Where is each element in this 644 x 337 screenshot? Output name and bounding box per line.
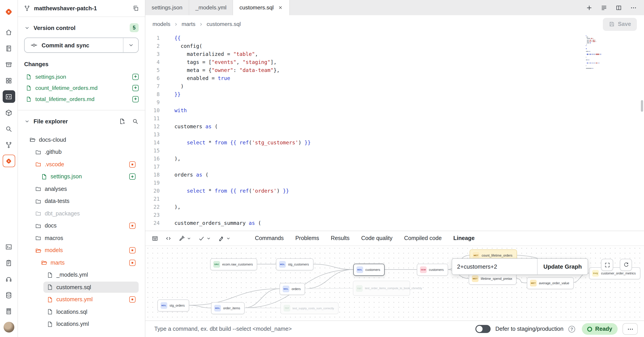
changed-file-row[interactable]: settings.json+: [24, 71, 139, 82]
panel-tab-compiled-code[interactable]: Compiled code: [404, 235, 442, 241]
split-editor-icon[interactable]: [613, 2, 624, 13]
pipette-tool-button[interactable]: [178, 235, 192, 242]
lineage-node-order_items[interactable]: MDLorder_items: [211, 302, 245, 314]
refresh-graph-button[interactable]: [620, 259, 632, 271]
tree-item[interactable]: macros: [24, 232, 139, 244]
editor-tab-_models.yml[interactable]: _models.yml: [189, 0, 233, 15]
chevron-down-icon[interactable]: [186, 236, 192, 241]
git-branch-icon[interactable]: [2, 139, 15, 151]
tree-item[interactable]: docs-cloud: [24, 134, 139, 146]
editor-tab-customers.sql[interactable]: customers.sql: [233, 0, 290, 15]
tree-item[interactable]: analyses: [24, 183, 139, 195]
lineage-node-orders[interactable]: MDLorders: [280, 283, 305, 295]
changes-count-badge: 5: [130, 23, 139, 32]
breadcrumb-item[interactable]: customers.sql: [206, 21, 241, 27]
tree-item[interactable]: dbt_packages: [24, 207, 139, 220]
dbt-cloud-icon[interactable]: [2, 155, 15, 167]
open-editors-icon[interactable]: [598, 2, 609, 13]
user-avatar[interactable]: [3, 322, 14, 333]
database-icon[interactable]: [2, 289, 15, 301]
lineage-node-test_supply[interactable]: TSTtest_supply_costs_sum_correctly: [280, 302, 338, 314]
lineage-node-customers[interactable]: MDLcustomers: [353, 264, 384, 276]
code-line: ),: [174, 155, 311, 163]
panel-tab-lineage[interactable]: Lineage: [453, 235, 474, 241]
lineage-node-raw_customers[interactable]: SRCecom.raw_customers: [210, 258, 258, 270]
changed-file-row[interactable]: count_lifetime_orders.md+: [24, 82, 139, 93]
tree-item[interactable]: settings.json+: [24, 171, 139, 183]
check-tool-button[interactable]: [198, 235, 211, 242]
tree-item[interactable]: .vscode: [24, 158, 139, 171]
breadcrumb-item[interactable]: models: [152, 21, 170, 27]
code-editor-icon[interactable]: [2, 90, 15, 103]
editor-tab-settings.json[interactable]: settings.json: [145, 0, 189, 15]
grid-icon[interactable]: [2, 74, 15, 87]
lineage-canvas[interactable]: 2+customers+2 Update Graph SRCecom.raw_c…: [145, 245, 644, 321]
commit-and-sync-button[interactable]: Commit and sync: [24, 37, 139, 53]
tab-label: _models.yml: [196, 4, 226, 11]
clipboard-icon[interactable]: [2, 257, 15, 269]
new-tab-icon[interactable]: [584, 2, 594, 13]
editor-menu-icon[interactable]: [628, 2, 639, 13]
panel-tab-results[interactable]: Results: [331, 235, 350, 241]
copy-branch-icon[interactable]: [132, 5, 139, 12]
close-tab-icon[interactable]: [278, 5, 283, 10]
code-line: customers as (: [174, 122, 311, 130]
tree-item[interactable]: data-tests: [24, 195, 139, 207]
chevron-down-icon[interactable]: [24, 118, 30, 124]
terminal-icon[interactable]: [2, 241, 15, 253]
more-options-button[interactable]: [622, 323, 638, 335]
changed-file-row[interactable]: total_lifetime_orders.md+: [24, 93, 139, 105]
chevron-down-icon[interactable]: [206, 236, 211, 241]
new-file-icon[interactable]: [119, 118, 126, 124]
panel-tab-problems[interactable]: Problems: [296, 235, 319, 241]
tree-item[interactable]: .github: [24, 146, 139, 158]
code-editor[interactable]: 123456789101112131415161718192021222324 …: [145, 33, 644, 231]
table-tool-button[interactable]: [152, 235, 158, 242]
chevron-down-icon[interactable]: [226, 236, 231, 241]
fullscreen-button[interactable]: [601, 259, 613, 271]
dbt-logo[interactable]: [2, 5, 15, 18]
lineage-node-customers_sem[interactable]: SEMcustomers: [417, 264, 448, 276]
home-icon[interactable]: [2, 26, 15, 38]
tree-item[interactable]: customers.sql: [24, 281, 139, 294]
notebook-icon[interactable]: [2, 42, 15, 54]
package-icon[interactable]: [2, 106, 15, 119]
search-icon[interactable]: [2, 122, 15, 135]
folder-icon: [35, 223, 42, 229]
search-icon[interactable]: [132, 118, 139, 124]
highlighter-tool-button[interactable]: [218, 235, 231, 242]
lineage-selector-input[interactable]: 2+customers+2: [452, 259, 537, 275]
code-line: [174, 195, 311, 203]
commit-options-button[interactable]: [123, 38, 138, 52]
headset-icon[interactable]: [2, 273, 15, 285]
chevron-down-icon[interactable]: [24, 25, 30, 31]
version-control-title: Version control: [34, 24, 76, 31]
minimap[interactable]: [586, 35, 622, 69]
lineage-node-stg_orders[interactable]: MDLstg_orders: [158, 300, 189, 312]
tree-item[interactable]: marts: [24, 257, 139, 269]
panel-tab-code-quality[interactable]: Code quality: [361, 235, 392, 241]
tree-item[interactable]: _models.yml: [24, 269, 139, 281]
save-button[interactable]: Save: [603, 18, 637, 31]
tree-item[interactable]: models: [24, 244, 139, 257]
breadcrumb-item[interactable]: marts: [182, 21, 196, 27]
code-content[interactable]: {{ config( materialized = "table", tags …: [166, 33, 311, 231]
tree-item[interactable]: locations.sql: [24, 306, 139, 318]
command-input[interactable]: Type a command, ex. dbt build --select <…: [154, 326, 470, 332]
lineage-node-test_order_items[interactable]: TSTtest_order_items_compute_to_book_corr…: [353, 281, 410, 296]
panel-tab-commands[interactable]: Commands: [255, 235, 284, 241]
status-ready-badge[interactable]: Ready: [582, 323, 618, 335]
lineage-node-metrics[interactable]: SVQcustomer_order_metrics: [589, 267, 640, 279]
defer-toggle[interactable]: [475, 325, 490, 333]
tree-item[interactable]: locations.yml: [24, 318, 139, 330]
calculator-icon[interactable]: [2, 305, 15, 317]
help-icon[interactable]: ?: [568, 326, 575, 332]
scrollbar-thumb[interactable]: [641, 100, 643, 112]
lineage-node-stg_customers[interactable]: MDLstg_customers: [276, 258, 314, 270]
code-tool-button[interactable]: [165, 235, 172, 242]
tree-item[interactable]: docs: [24, 220, 139, 232]
lineage-node-avg_order[interactable]: METaverage_order_value: [527, 277, 574, 289]
tree-item[interactable]: customers.yml: [24, 294, 139, 306]
update-graph-button[interactable]: Update Graph: [537, 259, 588, 275]
archive-icon[interactable]: [2, 58, 15, 71]
